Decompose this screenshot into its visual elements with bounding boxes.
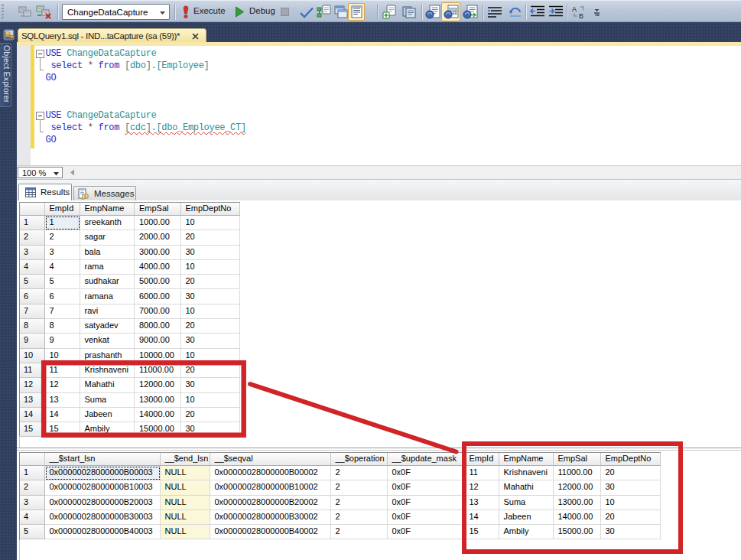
svg-text:A: A (572, 5, 577, 13)
svg-text:B: B (579, 12, 583, 19)
